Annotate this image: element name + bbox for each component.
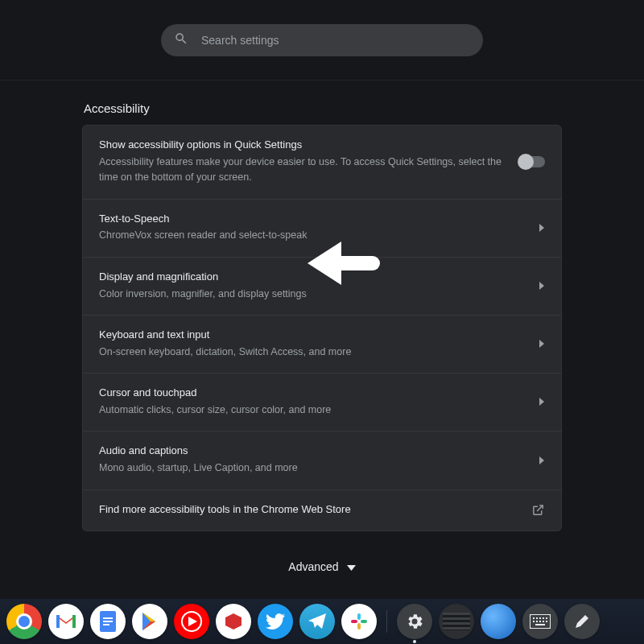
app-youtube-music[interactable] bbox=[174, 604, 209, 639]
row-subtitle: On-screen keyboard, dictation, Switch Ac… bbox=[99, 345, 526, 360]
svg-rect-25 bbox=[543, 617, 544, 619]
search-field-wrap[interactable] bbox=[161, 24, 483, 56]
app-slack[interactable] bbox=[341, 604, 377, 639]
row-keyboard-text-input[interactable]: Keyboard and text input On-screen keyboa… bbox=[83, 316, 561, 374]
row-title: Find more accessibility tools in the Chr… bbox=[99, 502, 518, 518]
app-pen[interactable] bbox=[564, 604, 600, 639]
svg-rect-5 bbox=[72, 615, 76, 628]
app-flag[interactable] bbox=[439, 604, 474, 639]
chevron-right-icon bbox=[539, 398, 545, 406]
svg-rect-18 bbox=[443, 617, 470, 620]
app-settings[interactable] bbox=[397, 604, 432, 639]
app-telegram[interactable] bbox=[299, 604, 335, 639]
svg-rect-31 bbox=[546, 621, 547, 622]
app-play[interactable] bbox=[132, 604, 167, 639]
app-onscreen-keyboard[interactable] bbox=[522, 604, 558, 639]
row-quick-settings-toggle[interactable]: Show accessibility options in Quick Sett… bbox=[83, 126, 561, 200]
toggle-switch-off-icon[interactable] bbox=[519, 156, 545, 167]
gear-icon bbox=[405, 612, 424, 631]
row-subtitle: ChromeVox screen reader and select-to-sp… bbox=[99, 228, 526, 243]
svg-rect-32 bbox=[535, 624, 545, 625]
row-title: Show accessibility options in Quick Sett… bbox=[99, 138, 506, 153]
row-subtitle: Mono audio, startup, Live Caption, and m… bbox=[99, 460, 526, 476]
svg-rect-20 bbox=[443, 627, 470, 630]
app-twitter[interactable] bbox=[258, 604, 293, 639]
play-store-icon bbox=[141, 612, 159, 631]
row-subtitle: Automatic clicks, cursor size, cursor co… bbox=[99, 402, 526, 418]
svg-rect-29 bbox=[539, 621, 541, 622]
svg-rect-26 bbox=[546, 617, 547, 619]
svg-rect-19 bbox=[443, 622, 470, 625]
svg-rect-17 bbox=[443, 613, 470, 615]
youtube-music-icon bbox=[174, 604, 209, 639]
settings-card: Show accessibility options in Quick Sett… bbox=[82, 125, 562, 531]
keyboard-icon bbox=[530, 614, 551, 629]
svg-rect-30 bbox=[543, 621, 544, 622]
page-title: Accessibility bbox=[84, 101, 644, 115]
row-text-to-speech[interactable]: Text-to-Speech ChromeVox screen reader a… bbox=[83, 200, 561, 258]
pen-icon bbox=[574, 613, 590, 630]
search-input[interactable] bbox=[200, 33, 470, 47]
row-title: Text-to-Speech bbox=[99, 212, 526, 227]
telegram-icon bbox=[308, 613, 327, 630]
app-ruby[interactable] bbox=[216, 604, 251, 639]
row-subtitle: Accessibility features make your device … bbox=[99, 155, 506, 186]
row-cursor-touchpad[interactable]: Cursor and touchpad Automatic clicks, cu… bbox=[83, 374, 561, 431]
svg-rect-13 bbox=[361, 620, 367, 623]
twitter-icon bbox=[266, 613, 285, 630]
row-title: Audio and captions bbox=[99, 444, 526, 459]
shelf-separator bbox=[386, 610, 387, 633]
docs-icon bbox=[100, 611, 116, 632]
app-chrome[interactable] bbox=[6, 604, 42, 639]
app-docs[interactable] bbox=[90, 604, 126, 639]
chevron-right-icon bbox=[539, 456, 545, 464]
svg-rect-28 bbox=[536, 621, 538, 622]
slack-icon bbox=[350, 613, 368, 630]
gmail-icon bbox=[56, 613, 76, 630]
search-icon bbox=[174, 31, 188, 49]
chevron-right-icon bbox=[539, 340, 545, 348]
row-title: Keyboard and text input bbox=[99, 328, 526, 343]
svg-rect-9 bbox=[103, 624, 109, 625]
svg-rect-14 bbox=[357, 623, 361, 630]
chrome-icon bbox=[6, 604, 42, 639]
hexagon-icon bbox=[224, 612, 243, 631]
svg-rect-7 bbox=[103, 617, 113, 619]
chevron-right-icon bbox=[539, 224, 545, 232]
svg-rect-15 bbox=[351, 620, 357, 623]
row-subtitle: Color inversion, magnifier, and display … bbox=[99, 287, 526, 302]
shelf bbox=[0, 599, 644, 644]
chevron-right-icon bbox=[539, 282, 545, 290]
svg-point-3 bbox=[19, 616, 30, 627]
svg-rect-22 bbox=[533, 617, 535, 619]
row-audio-captions[interactable]: Audio and captions Mono audio, startup, … bbox=[83, 431, 561, 489]
top-bar bbox=[0, 0, 644, 80]
app-gmail[interactable] bbox=[48, 604, 84, 639]
svg-marker-11 bbox=[225, 613, 242, 630]
row-title: Cursor and touchpad bbox=[99, 386, 526, 401]
app-globe[interactable] bbox=[481, 604, 516, 639]
row-display-magnification[interactable]: Display and magnification Color inversio… bbox=[83, 258, 561, 316]
advanced-label: Advanced bbox=[288, 560, 338, 573]
toggle-quick-settings[interactable] bbox=[519, 156, 545, 167]
svg-rect-4 bbox=[56, 615, 60, 628]
advanced-expander[interactable]: Advanced bbox=[0, 560, 644, 573]
svg-rect-8 bbox=[103, 621, 113, 622]
row-chrome-web-store[interactable]: Find more accessibility tools in the Chr… bbox=[83, 490, 561, 530]
row-title: Display and magnification bbox=[99, 270, 526, 285]
svg-rect-23 bbox=[536, 617, 538, 619]
svg-rect-24 bbox=[539, 617, 541, 619]
svg-rect-27 bbox=[533, 621, 535, 622]
open-external-icon bbox=[531, 503, 545, 517]
chevron-down-icon bbox=[347, 560, 356, 573]
svg-rect-12 bbox=[357, 613, 361, 620]
flag-stripes-icon bbox=[443, 613, 470, 630]
